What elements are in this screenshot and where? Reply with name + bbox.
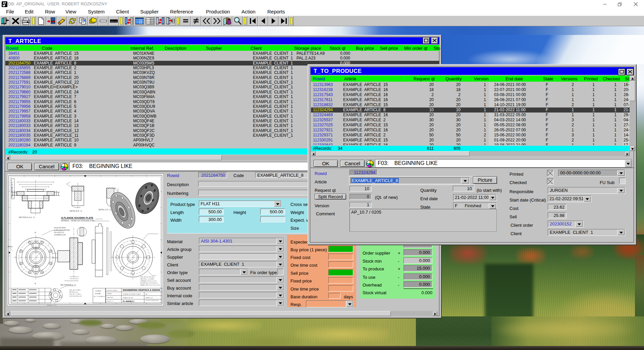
- svg-text:CHAMFER 1x45°: CHAMFER 1x45°: [54, 234, 66, 236]
- svg-text:ENGINEERING GRAPHICS & DESIGN: ENGINEERING GRAPHICS & DESIGN: [123, 289, 160, 291]
- svg-text:DO NOT SCALE DWG: DO NOT SCALE DWG: [146, 300, 159, 301]
- svg-text:TAP M16 x 2.0 DEEP: TAP M16 x 2.0 DEEP: [140, 278, 154, 280]
- svg-text:4) FLANGE HOUSING PLATE: 4) FLANGE HOUSING PLATE: [61, 217, 93, 219]
- svg-text:MATERIAL - GRADE 316 STAINLESS: MATERIAL - GRADE 316 STAINLESS STEEL: [61, 220, 95, 222]
- svg-text:ALL TOLERANCE: ALL TOLERANCE: [94, 296, 105, 297]
- svg-text:DRAW DIM 10.5x7.0mm 5-64: DRAW DIM 10.5x7.0mm 5-64: [140, 284, 160, 286]
- svg-text:THREAD PITCH 2.0 L/H: THREAD PITCH 2.0 L/H: [140, 280, 156, 282]
- svg-text:SECTION A-A (1 : 1): SECTION A-A (1 : 1): [19, 216, 35, 218]
- svg-text:UNLESS STATED: UNLESS STATED: [107, 290, 117, 291]
- svg-text:M8 TAPPED 4 HOLES EQ: M8 TAPPED 4 HOLES EQ: [140, 282, 158, 284]
- svg-text:CSK 90° TO Ø8.3: CSK 90° TO Ø8.3: [69, 293, 81, 295]
- svg-text:4 HOLES EQUI-SP: 4 HOLES EQUI-SP: [69, 295, 82, 297]
- svg-text:DETAIL B (5 : 1): DETAIL B (5 : 1): [70, 210, 82, 212]
- svg-text:± 0.5mm: ± 0.5mm: [95, 290, 101, 292]
- svg-text:A3: A3: [146, 293, 148, 295]
- svg-text:A: A: [35, 282, 36, 285]
- svg-text:A: A: [35, 231, 36, 233]
- svg-text:DETAIL (2:1): DETAIL (2:1): [47, 305, 57, 306]
- svg-text:ON A 96 P.C.D: ON A 96 P.C.D: [54, 232, 64, 233]
- svg-text:a 0.05: a 0.05: [95, 293, 100, 295]
- svg-text:FLANGE HOUSING PLATE: FLANGE HOUSING PLATE: [123, 293, 141, 295]
- svg-text:DRIL Ø14 (2 HOLES): DRIL Ø14 (2 HOLES): [140, 276, 155, 278]
- svg-text:SHEET 1/1: SHEET 1/1: [146, 297, 153, 299]
- svg-text:GRADE 316 SS: GRADE 316 SS: [123, 297, 133, 299]
- svg-text:TAP M8x1.25: TAP M8x1.25: [69, 291, 78, 293]
- svg-text:FL-806/8(4.1: FL-806/8(4.1: [123, 300, 135, 302]
- svg-text:DRIL Ø6.6 THRU: DRIL Ø6.6 THRU: [69, 289, 80, 291]
- svg-text:SCALE 1:2: SCALE 1:2: [107, 300, 114, 302]
- svg-text:SECTION B-B (1 : 1): SECTION B-B (1 : 1): [60, 284, 76, 286]
- svg-text:CHECKED: CHECKED: [107, 297, 113, 298]
- svg-text:FL1.0054m 0-1: FL1.0054m 0-1: [11, 182, 13, 198]
- svg-text:8x Ø11 EQUI-SPACED: 8x Ø11 EQUI-SPACED: [54, 229, 70, 231]
- svg-text:<>~<: <>~<: [111, 20, 117, 23]
- svg-text:DETAIL C (5 : 1): DETAIL C (5 : 1): [99, 209, 111, 211]
- svg-text:Ø6mm: Ø6mm: [8, 246, 13, 248]
- svg-text:HOLE PATTERN: HOLE PATTERN: [54, 227, 66, 229]
- svg-text:DRAWN: DRAWN: [107, 293, 112, 295]
